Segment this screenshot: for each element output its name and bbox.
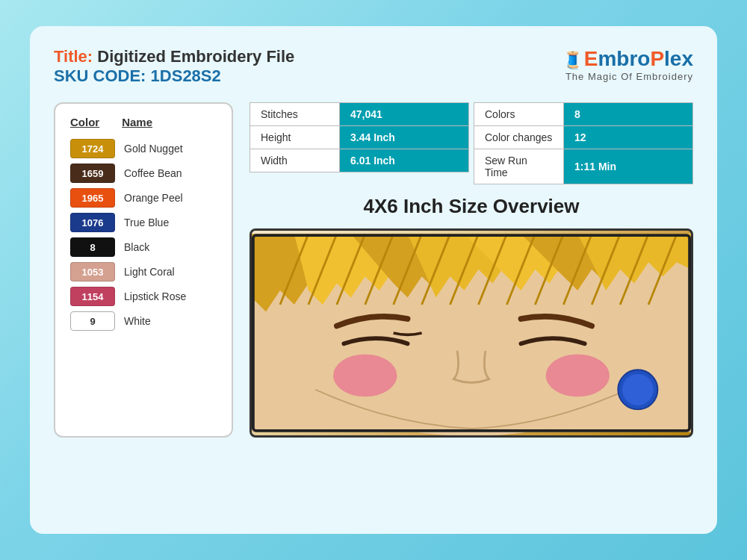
color-table-header: Color Name (70, 116, 217, 131)
stats-left: Stitches47,041Height3.44 InchWidth6.01 I… (249, 102, 469, 184)
stat-value: 6.01 Inch (340, 149, 469, 172)
stat-value: 8 (564, 103, 693, 126)
color-table-card: Color Name 1724Gold Nugget1659Coffee Bea… (54, 102, 233, 438)
color-rows-container: 1724Gold Nugget1659Coffee Bean1965Orange… (70, 139, 217, 331)
logo: 🧵EmbroPlex (562, 47, 693, 71)
stats-right-table: Colors8Color changes12Sew Run Time1:11 M… (474, 102, 693, 184)
color-name: Light Coral (124, 266, 175, 278)
color-swatch: 8 (70, 237, 115, 257)
color-swatch: 1724 (70, 139, 115, 158)
logo-tagline: The Magic Of Embroidery (565, 71, 693, 82)
list-item: 1965Orange Peel (70, 188, 217, 208)
content-area: Color Name 1724Gold Nugget1659Coffee Bea… (54, 102, 693, 438)
color-name: Black (124, 241, 149, 253)
color-name: True Blue (124, 217, 169, 228)
table-row: Color changes12 (474, 126, 693, 149)
stat-label: Colors (474, 103, 564, 126)
stats-left-table: Stitches47,041Height3.44 InchWidth6.01 I… (249, 102, 469, 172)
main-card: Title: Digitized Embroidery File SKU COD… (30, 26, 717, 534)
list-item: 1154Lipstick Rose (70, 287, 217, 306)
color-name: Gold Nugget (124, 143, 183, 155)
stats-row: Stitches47,041Height3.44 InchWidth6.01 I… (249, 102, 693, 184)
logo-lex: lex (664, 47, 693, 70)
svg-point-26 (622, 374, 654, 405)
table-row: Height3.44 Inch (250, 126, 469, 149)
logo-e: E (584, 47, 598, 70)
list-item: 1724Gold Nugget (70, 139, 217, 158)
stat-value: 3.44 Inch (340, 126, 469, 149)
color-swatch: 1965 (70, 188, 115, 208)
header: Title: Digitized Embroidery File SKU COD… (54, 47, 693, 86)
color-swatch: 1053 (70, 262, 115, 281)
table-row: Sew Run Time1:11 Min (474, 149, 693, 184)
stat-value: 47,041 (340, 103, 469, 126)
embroidery-svg (252, 231, 691, 435)
title-block: Title: Digitized Embroidery File SKU COD… (54, 47, 294, 86)
color-name: Lipstick Rose (124, 290, 186, 302)
list-item: 8Black (70, 237, 217, 257)
title-line1: Title: Digitized Embroidery File (54, 47, 294, 66)
logo-p: P (650, 47, 664, 70)
title-value: Digitized Embroidery File (97, 47, 294, 66)
table-row: Stitches47,041 (250, 103, 469, 126)
stat-label: Width (250, 149, 340, 172)
table-row: Width6.01 Inch (250, 149, 469, 172)
name-header: Name (122, 116, 152, 128)
table-row: Colors8 (474, 103, 693, 126)
logo-block: 🧵EmbroPlex The Magic Of Embroidery (562, 47, 693, 82)
list-item: 1076True Blue (70, 213, 217, 232)
svg-point-23 (333, 354, 397, 396)
sku-label: SKU CODE: (54, 66, 146, 85)
overview-title: 4X6 Inch Size Overview (249, 195, 693, 218)
title-label: Title: (54, 47, 93, 66)
stat-value: 12 (564, 126, 693, 149)
right-panel: Stitches47,041Height3.44 InchWidth6.01 I… (249, 102, 693, 438)
stat-label: Stitches (250, 103, 340, 126)
logo-mbro: mbro (598, 47, 650, 70)
sku-line: SKU CODE: 1DS28S2 (54, 66, 294, 86)
logo-icon: 🧵 (562, 51, 583, 69)
svg-point-24 (546, 354, 610, 396)
color-swatch: 9 (70, 311, 115, 331)
list-item: 9White (70, 311, 217, 331)
stat-label: Height (250, 126, 340, 149)
embroidery-image (249, 228, 693, 438)
color-name: Orange Peel (124, 192, 183, 204)
list-item: 1659Coffee Bean (70, 164, 217, 183)
sku-value: 1DS28S2 (151, 66, 221, 85)
stat-label: Sew Run Time (474, 149, 564, 184)
list-item: 1053Light Coral (70, 262, 217, 281)
color-swatch: 1076 (70, 213, 115, 232)
stats-right: Colors8Color changes12Sew Run Time1:11 M… (474, 102, 693, 184)
color-name: White (124, 315, 151, 327)
col-header: Color (70, 116, 99, 128)
stat-label: Color changes (474, 126, 564, 149)
color-swatch: 1154 (70, 287, 115, 306)
stat-value: 1:11 Min (564, 149, 693, 184)
color-swatch: 1659 (70, 164, 115, 183)
color-name: Coffee Bean (124, 167, 182, 179)
